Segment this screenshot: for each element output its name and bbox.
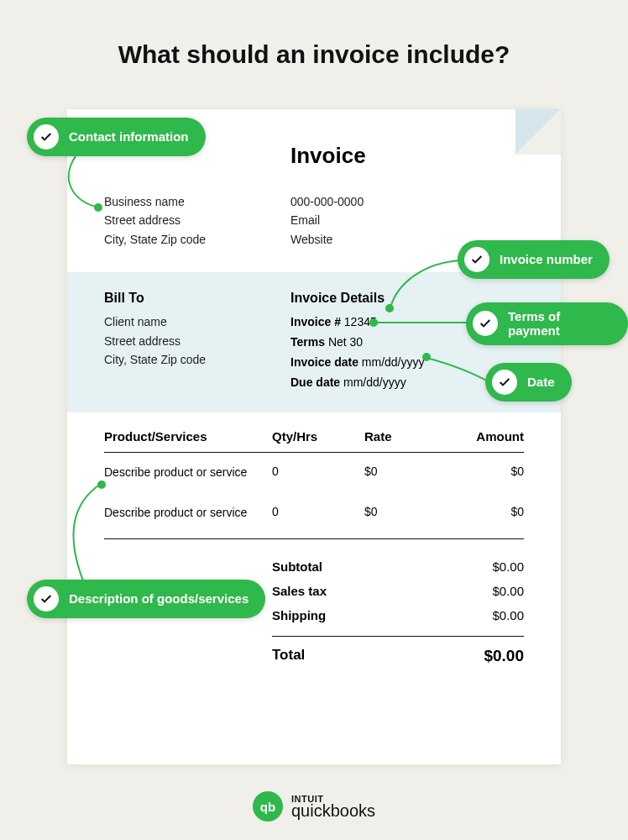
header-product: Product/Services xyxy=(104,429,272,444)
page-title: What should an invoice include? xyxy=(0,0,628,69)
shipping-value: $0.00 xyxy=(406,608,524,622)
sender-email: Email xyxy=(290,211,477,229)
bill-street: Street address xyxy=(104,332,290,350)
connector-dot xyxy=(369,318,378,327)
quickbooks-mark-icon: qb xyxy=(253,791,283,822)
connector-date xyxy=(427,356,489,383)
line-item-row: Describe product or service 0 $0 $0 xyxy=(104,493,524,533)
check-icon xyxy=(464,247,489,272)
dog-ear-fold xyxy=(515,109,561,155)
callout-invoice-number: Invoice number xyxy=(458,240,610,279)
callout-terms: Terms of payment xyxy=(466,302,628,345)
line-item-desc: Describe product or service xyxy=(104,465,272,481)
connector-dot xyxy=(385,304,394,312)
total-label: Total xyxy=(272,647,406,665)
callout-description: Description of goods/services xyxy=(27,580,265,618)
invoice-date-line: Invoice date mm/dd/yyyy xyxy=(290,353,425,373)
sender-website: Website xyxy=(290,230,477,249)
sender-phone: 000-000-0000 xyxy=(290,192,477,211)
bill-to-heading: Bill To xyxy=(104,291,290,306)
connector-terms xyxy=(373,319,469,326)
line-item-qty: 0 xyxy=(272,465,364,478)
line-items-header: Product/Services Qty/Hrs Rate Amount xyxy=(104,412,524,453)
bill-city: City, State Zip code xyxy=(104,350,290,369)
header-rate: Rate xyxy=(364,429,440,444)
callout-date: Date xyxy=(485,363,572,402)
header-amount: Amount xyxy=(440,429,524,444)
subtotal-label: Subtotal xyxy=(272,559,406,574)
check-icon xyxy=(34,586,59,612)
subtotal-value: $0.00 xyxy=(406,559,524,574)
brand-logo: qb INTUIT quickbooks xyxy=(0,791,628,822)
connector-dot xyxy=(97,480,106,489)
sender-street: Street address xyxy=(104,211,290,229)
sender-city: City, State Zip code xyxy=(104,230,290,249)
total-value: $0.00 xyxy=(406,647,524,665)
brand-quickbooks: quickbooks xyxy=(291,802,375,819)
connector-dot xyxy=(422,353,431,361)
invoice-document: Invoice Business name Street address Cit… xyxy=(67,109,561,764)
document-heading: Invoice xyxy=(290,143,524,169)
totals-block: Subtotal$0.00 Sales tax$0.00 Shipping$0.… xyxy=(272,539,524,670)
line-item-rate: $0 xyxy=(364,465,440,478)
tax-label: Sales tax xyxy=(272,584,406,598)
line-item-amount: $0 xyxy=(440,505,524,518)
bill-client: Client name xyxy=(104,312,290,331)
connector-contact xyxy=(50,156,101,215)
terms-line: Terms Net 30 xyxy=(290,333,425,353)
line-item-row: Describe product or service 0 $0 $0 xyxy=(104,453,524,493)
check-icon xyxy=(34,124,59,150)
shipping-label: Shipping xyxy=(272,608,406,622)
header-qty: Qty/Hrs xyxy=(272,429,364,444)
connector-description xyxy=(55,484,105,583)
callout-contact-info: Contact information xyxy=(27,118,206,156)
due-date-line: Due date mm/dd/yyyy xyxy=(290,373,425,393)
check-icon xyxy=(473,311,498,336)
line-item-rate: $0 xyxy=(364,505,440,518)
connector-dot xyxy=(94,203,102,212)
tax-value: $0.00 xyxy=(406,584,524,598)
line-item-desc: Describe product or service xyxy=(104,505,272,522)
line-item-amount: $0 xyxy=(440,465,524,478)
sender-business: Business name xyxy=(104,192,290,211)
line-item-qty: 0 xyxy=(272,505,364,518)
connector-invoice-number xyxy=(389,259,464,309)
sender-block: Business name Street address City, State… xyxy=(104,192,524,249)
check-icon xyxy=(492,370,517,395)
